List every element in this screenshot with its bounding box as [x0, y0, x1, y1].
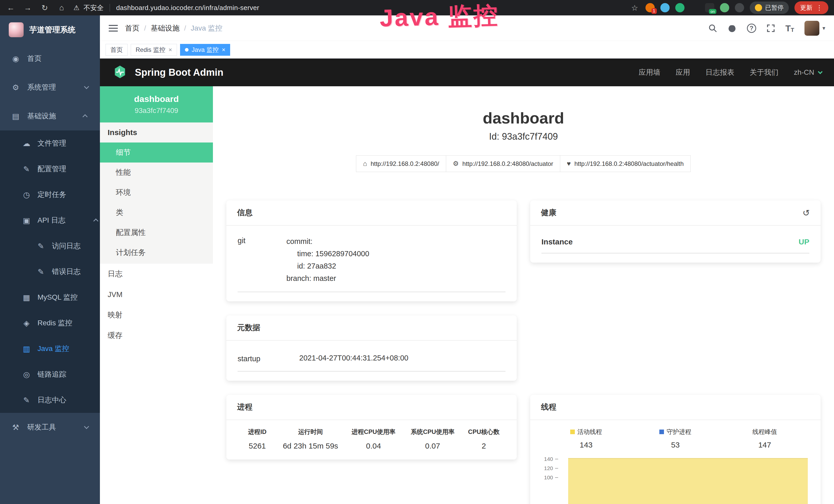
extension-leaf-icon[interactable] [720, 3, 729, 12]
trace-icon: ◎ [22, 370, 31, 379]
timer-icon: ◷ [22, 190, 31, 199]
breadcrumb: 首页 / 基础设施 / Java 监控 [125, 23, 222, 33]
sidebar-item-label: 日志中心 [38, 395, 66, 405]
github-icon[interactable] [727, 24, 737, 33]
fullscreen-icon[interactable] [766, 24, 775, 32]
user-menu[interactable]: ▾ [805, 21, 825, 36]
sidebar-item-java-monitor[interactable]: ▥ Java 监控 [0, 336, 100, 362]
extension-orange-icon[interactable]: 1 [645, 3, 655, 12]
gear-icon: ⚙ [11, 83, 21, 92]
sba-nav-journal[interactable]: 日志报表 [706, 68, 734, 77]
sba-nav-applications[interactable]: 应用 [676, 68, 690, 77]
forward-icon[interactable]: → [23, 3, 33, 12]
access-log-icon: ✎ [36, 242, 46, 251]
sidebar-item-api-log[interactable]: ▣ API 日志 [0, 207, 100, 233]
breadcrumb-infrastructure[interactable]: 基础设施 [151, 23, 179, 33]
sba-title[interactable]: Spring Boot Admin [135, 67, 223, 78]
address-bar[interactable]: ⚠ 不安全 dashboard.yudao.iocoder.cn/infra/a… [73, 3, 623, 12]
devtools-icon: ⚒ [11, 423, 21, 432]
sba-item-metrics[interactable]: 性能 [100, 162, 213, 183]
sba-item-scheduled-tasks[interactable]: 计划任务 [100, 243, 213, 263]
sidebar-item-redis-monitor[interactable]: ◈ Redis 监控 [0, 310, 100, 336]
sidebar-item-scheduled-job[interactable]: ◷ 定时任务 [0, 182, 100, 207]
help-icon[interactable]: ? [747, 24, 756, 33]
sidebar-item-label: 配置管理 [38, 164, 66, 174]
git-time-line: time: 1596289704000 [286, 248, 505, 260]
sidebar-item-log-center[interactable]: ✎ 日志中心 [0, 387, 100, 413]
back-icon[interactable]: ← [6, 3, 16, 12]
sba-item-config-props[interactable]: 配置属性 [100, 223, 213, 243]
security-label[interactable]: 不安全 [84, 3, 104, 12]
sidebar-item-home[interactable]: ◉ 首页 [0, 44, 100, 73]
history-icon[interactable]: ↺ [803, 208, 810, 218]
close-icon[interactable]: × [222, 46, 225, 53]
font-size-icon[interactable]: TT [786, 23, 794, 33]
status-badge: UP [798, 237, 809, 246]
instance-health-row[interactable]: Instance UP [542, 233, 809, 253]
extension-dark-icon[interactable]: on [705, 3, 714, 12]
reload-icon[interactable]: ↻ [40, 3, 50, 12]
column-header: 进程ID [238, 428, 277, 436]
home-icon[interactable]: ⌂ [57, 3, 67, 12]
tag-java-monitor[interactable]: Java 监控 × [180, 44, 230, 56]
sba-logo-icon[interactable] [113, 65, 127, 80]
link-label: http://192.168.0.2:48080/ [371, 160, 439, 167]
app-logo[interactable]: 芋道管理系统 [0, 16, 100, 44]
sba-item-logs[interactable]: 日志 [100, 264, 213, 284]
row-key: startup [238, 353, 299, 363]
tag-home[interactable]: 首页 [106, 44, 128, 56]
sba-item-mappings[interactable]: 映射 [100, 305, 213, 325]
paused-badge[interactable]: 已暂停 [750, 2, 789, 14]
sidebar-item-config-manage[interactable]: ✎ 配置管理 [0, 156, 100, 182]
instance-box[interactable]: dashboard 93a3fc7f7409 [100, 86, 213, 122]
sba-locale-select[interactable]: zh-CN [794, 68, 821, 76]
health-url-link[interactable]: ♥ http://192.168.0.2:48080/actuator/heal… [560, 155, 691, 172]
close-icon[interactable]: × [169, 46, 172, 53]
sidebar-item-label: 文件管理 [38, 138, 66, 148]
sba-sidebar: dashboard 93a3fc7f7409 Insights 细节 性能 环境… [100, 86, 213, 504]
breadcrumb-home[interactable]: 首页 [125, 23, 139, 33]
extension-teal-icon[interactable] [675, 3, 684, 12]
live-threads-value: 143 [542, 441, 631, 449]
tag-redis-monitor[interactable]: Redis 监控 × [131, 44, 177, 56]
sidebar-item-file-manage[interactable]: ☁ 文件管理 [0, 131, 100, 156]
cell-value: 2 [462, 442, 505, 450]
sidebar-item-trace[interactable]: ◎ 链路追踪 [0, 362, 100, 387]
insights-heading: Insights [100, 122, 213, 142]
annotation-java-monitor: Java 监控 [379, 0, 499, 35]
sidebar-item-devtools[interactable]: ⚒ 研发工具 [0, 413, 100, 442]
sidebar-item-access-log[interactable]: ✎ 访问日志 [0, 233, 100, 259]
dashboard-icon: ◉ [11, 54, 21, 63]
search-icon[interactable] [708, 24, 717, 32]
sba-item-classes[interactable]: 类 [100, 203, 213, 223]
sba-nav-about[interactable]: 关于我们 [750, 68, 778, 77]
git-branch-line: branch: master [286, 272, 505, 285]
service-url-link[interactable]: ⌂ http://192.168.0.2:48080/ [356, 155, 446, 172]
sba-item-jvm[interactable]: JVM [100, 284, 213, 305]
bookmark-star-icon[interactable]: ☆ [630, 3, 640, 12]
sba-item-environment[interactable]: 环境 [100, 183, 213, 203]
extension-drop-icon[interactable] [660, 3, 670, 12]
sidebar-item-system[interactable]: ⚙ 系统管理 [0, 73, 100, 102]
sba-item-caches[interactable]: 缓存 [100, 325, 213, 346]
sidebar-item-error-log[interactable]: ✎ 错误日志 [0, 259, 100, 284]
chevron-down-icon [818, 69, 822, 74]
warning-icon: ⚠ [73, 4, 79, 12]
hamburger-icon[interactable] [109, 25, 118, 31]
legend-label: 守护进程 [666, 428, 691, 436]
browser-menu-icon[interactable]: ⋮ [816, 4, 823, 12]
update-button[interactable]: 更新 ⋮ [794, 1, 828, 14]
url-text[interactable]: dashboard.yudao.iocoder.cn/infra/admin-s… [116, 4, 259, 12]
sidebar-item-mysql-monitor[interactable]: ▦ MySQL 监控 [0, 284, 100, 310]
actuator-url-link[interactable]: ⚙ http://192.168.0.2:48080/actuator [446, 155, 560, 172]
heart-icon: ♥ [567, 160, 571, 168]
legend-label: 线程峰值 [752, 428, 777, 436]
threads-legend: 活动线程 守护进程 线程峰值 143 [542, 428, 809, 449]
cell-value: 0.04 [344, 442, 403, 450]
tags-bar: 首页 Redis 监控 × Java 监控 × [100, 41, 834, 59]
sidebar-item-infrastructure[interactable]: ▤ 基础设施 [0, 102, 100, 131]
sba-item-details[interactable]: 细节 [100, 142, 213, 162]
sba-nav-wallboard[interactable]: 应用墙 [639, 68, 660, 77]
avatar[interactable] [805, 21, 819, 36]
extension-pin-icon[interactable] [735, 3, 744, 12]
